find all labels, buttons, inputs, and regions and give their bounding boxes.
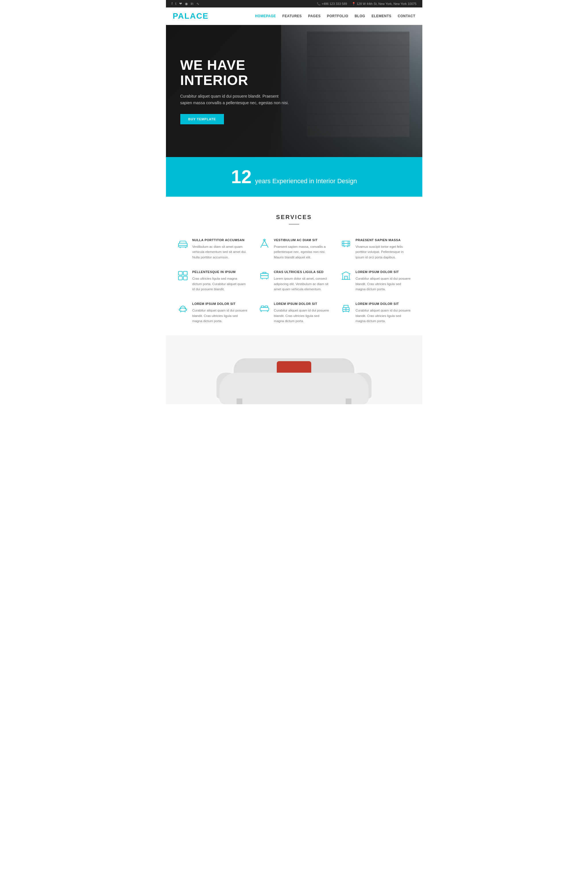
svg-rect-14 xyxy=(178,276,182,280)
google-icon[interactable]: ◉ xyxy=(185,2,188,6)
service-item-1: NULLA PORTTITOR ACCUMSAN Vestibulum ac d… xyxy=(177,238,248,260)
stats-number: 12 xyxy=(231,166,252,187)
service-title-5: CRAS ULTRICIES LIGULA SED xyxy=(274,270,329,274)
service-item-8: LOREM IPSUM DOLOR SIT Curabitur aliquet … xyxy=(259,302,329,324)
service-item-6: LOREM IPSUM DOLOR SIT Curabitur aliquet … xyxy=(340,270,411,292)
service-icon-8 xyxy=(259,302,270,313)
svg-rect-0 xyxy=(178,243,187,247)
service-desc-8: Curabitur aliquet quam id dui posuere bl… xyxy=(274,308,329,324)
site-logo[interactable]: PALACE xyxy=(173,12,209,21)
pinterest-icon[interactable]: ❤ xyxy=(179,2,182,6)
facebook-icon[interactable]: f xyxy=(172,2,172,6)
service-title-8: LOREM IPSUM DOLOR SIT xyxy=(274,302,329,306)
service-text-3: PRAESENT SAPIEN MASSA Vivamus suscipit t… xyxy=(356,238,411,260)
sofa-leg-left xyxy=(237,399,242,404)
service-title-3: PRAESENT SAPIEN MASSA xyxy=(356,238,411,242)
service-title-7: LOREM IPSUM DOLOR SIT xyxy=(192,302,248,306)
sofa-leg-right xyxy=(346,399,351,404)
services-section: SERVICES NULLA PORTTITOR ACCUMSAN Vestib… xyxy=(166,196,422,335)
svg-point-5 xyxy=(264,239,265,241)
address: 📍 128 W 44th St, New York, New York 1007… xyxy=(352,2,417,6)
service-title-2: VESTIBULUM AC DIAM SIT xyxy=(274,238,329,242)
service-icon-9 xyxy=(340,302,351,313)
service-icon-1 xyxy=(177,238,188,249)
service-item-5: CRAS ULTRICIES LIGULA SED Lorem ipsum do… xyxy=(259,270,329,292)
linkedin-icon[interactable]: in xyxy=(190,2,193,6)
svg-rect-15 xyxy=(183,276,187,280)
nav-homepage[interactable]: HOMEPAGE xyxy=(255,14,276,18)
service-icon-7 xyxy=(177,302,188,313)
svg-rect-12 xyxy=(178,272,182,275)
service-item-3: PRAESENT SAPIEN MASSA Vivamus suscipit t… xyxy=(340,238,411,260)
service-icon-2 xyxy=(259,238,270,249)
service-item-4: PELLENTESQUE IN IPSUM Cras ultricies lig… xyxy=(177,270,248,292)
phone-number: 📞 +486 123 333 589 xyxy=(316,2,347,6)
svg-rect-24 xyxy=(345,276,347,279)
nav-blog[interactable]: BLOG xyxy=(355,14,365,18)
service-icon-6 xyxy=(340,270,351,281)
service-text-7: LOREM IPSUM DOLOR SIT Curabitur aliquet … xyxy=(192,302,248,324)
svg-rect-29 xyxy=(261,306,264,308)
svg-rect-30 xyxy=(265,306,268,308)
service-text-9: LOREM IPSUM DOLOR SIT Curabitur aliquet … xyxy=(356,302,411,324)
nav-features[interactable]: FEATURES xyxy=(282,14,302,18)
service-desc-1: Vestibulum ac diam sit amet quam vehicul… xyxy=(192,244,248,260)
nav-pages[interactable]: PAGES xyxy=(308,14,321,18)
service-item-9: LOREM IPSUM DOLOR SIT Curabitur aliquet … xyxy=(340,302,411,324)
service-text-4: PELLENTESQUE IN IPSUM Cras ultricies lig… xyxy=(192,270,248,292)
nav-contact[interactable]: CONTACT xyxy=(398,14,415,18)
service-text-8: LOREM IPSUM DOLOR SIT Curabitur aliquet … xyxy=(274,302,329,324)
sofa-section xyxy=(166,335,422,404)
social-links[interactable]: f t ❤ ◉ in ∿ xyxy=(172,2,199,6)
hero-description: Curabitur aliquet quam id dui posuere bl… xyxy=(180,93,290,106)
stats-bar: 12 years Experienced in Interior Design xyxy=(166,157,422,196)
sofa-illustration xyxy=(214,347,374,404)
svg-rect-28 xyxy=(260,308,269,310)
service-title-1: NULLA PORTTITOR ACCUMSAN xyxy=(192,238,248,242)
svg-rect-13 xyxy=(183,272,187,275)
services-grid: NULLA PORTTITOR ACCUMSAN Vestibulum ac d… xyxy=(177,238,411,324)
service-desc-7: Curabitur aliquet quam id dui posuere bl… xyxy=(192,308,248,324)
main-nav: HOMEPAGE FEATURES PAGES PORTFOLIO BLOG E… xyxy=(255,14,415,18)
service-icon-3 xyxy=(340,238,351,249)
services-title: SERVICES xyxy=(177,214,411,220)
service-text-1: NULLA PORTTITOR ACCUMSAN Vestibulum ac d… xyxy=(192,238,248,260)
service-item-2: VESTIBULUM AC DIAM SIT Praesent sapien m… xyxy=(259,238,329,260)
hero-content: WE HAVE INTERIOR Curabitur aliquet quam … xyxy=(166,58,307,124)
svg-rect-16 xyxy=(261,274,268,279)
service-icon-4 xyxy=(177,270,188,281)
hero-cta-button[interactable]: BUY TEMPLATE xyxy=(180,114,224,124)
service-desc-2: Praesent sapien massa, convallis a pelle… xyxy=(274,244,329,260)
hero-title: WE HAVE INTERIOR xyxy=(180,58,292,88)
service-desc-6: Curabitur aliquet quam id dui posuere bl… xyxy=(356,276,411,292)
service-desc-4: Cras ultricies ligula sed magna dictum p… xyxy=(192,276,248,292)
service-desc-5: Lorem ipsum dolor sit amet, consect adip… xyxy=(274,276,329,292)
svg-rect-18 xyxy=(263,273,266,274)
service-title-4: PELLENTESQUE IN IPSUM xyxy=(192,270,248,274)
service-text-5: CRAS ULTRICIES LIGULA SED Lorem ipsum do… xyxy=(274,270,329,292)
nav-portfolio[interactable]: PORTFOLIO xyxy=(327,14,348,18)
service-desc-9: Curabitur aliquet quam id dui posuere bl… xyxy=(356,308,411,324)
service-item-7: LOREM IPSUM DOLOR SIT Curabitur aliquet … xyxy=(177,302,248,324)
contact-info: 📞 +486 123 333 589 📍 128 W 44th St, New … xyxy=(316,2,417,6)
hero-section: WE HAVE INTERIOR Curabitur aliquet quam … xyxy=(166,25,422,157)
service-title-6: LOREM IPSUM DOLOR SIT xyxy=(356,270,411,274)
twitter-icon[interactable]: t xyxy=(176,2,176,6)
stats-text: years Experienced in Interior Design xyxy=(255,177,357,184)
service-title-9: LOREM IPSUM DOLOR SIT xyxy=(356,302,411,306)
top-bar: f t ❤ ◉ in ∿ 📞 +486 123 333 589 📍 128 W … xyxy=(166,0,422,8)
rss-icon[interactable]: ∿ xyxy=(196,2,199,6)
section-divider xyxy=(289,224,299,225)
service-desc-3: Vivamus suscipit tortor eget felis portt… xyxy=(356,244,411,260)
service-icon-5 xyxy=(259,270,270,281)
service-text-2: VESTIBULUM AC DIAM SIT Praesent sapien m… xyxy=(274,238,329,260)
nav-elements[interactable]: ELEMENTS xyxy=(372,14,392,18)
service-text-6: LOREM IPSUM DOLOR SIT Curabitur aliquet … xyxy=(356,270,411,292)
site-header: PALACE HOMEPAGE FEATURES PAGES PORTFOLIO… xyxy=(166,8,422,25)
